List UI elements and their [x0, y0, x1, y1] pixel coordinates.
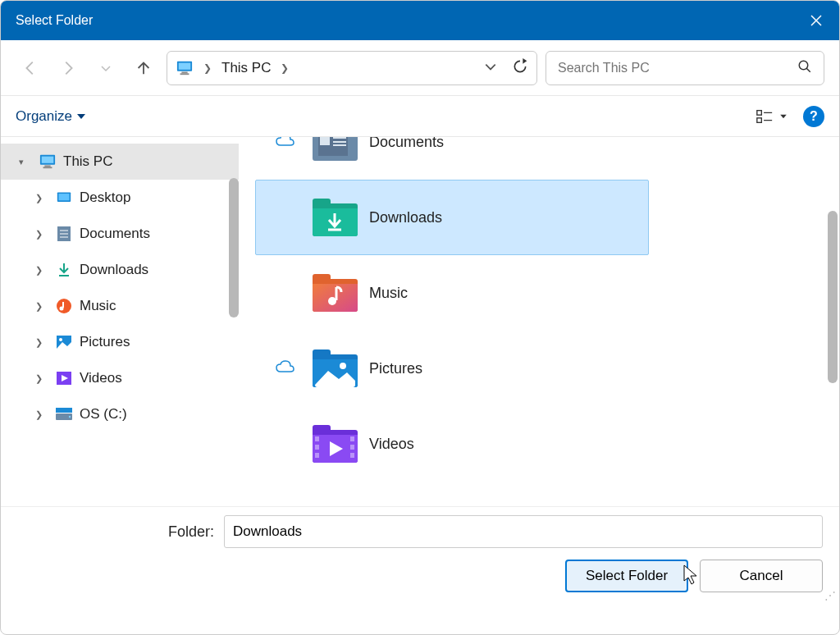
folder-label: Documents	[364, 137, 444, 151]
svg-point-4	[799, 61, 808, 70]
arrow-up-icon	[135, 59, 153, 77]
chevron-right-icon: ❯	[35, 409, 48, 420]
sidebar-item-label: Downloads	[80, 262, 148, 278]
sidebar-item-os-c[interactable]: ❯ OS (C:)	[1, 396, 239, 432]
sidebar-root-label: This PC	[63, 153, 112, 170]
sidebar-item-documents[interactable]: ❯ Documents	[1, 216, 239, 252]
sidebar-scrollbar[interactable]	[229, 178, 239, 318]
select-folder-button[interactable]: Select Folder	[565, 560, 688, 592]
address-bar[interactable]: ❯ This PC ❯	[167, 51, 537, 85]
svg-rect-11	[44, 166, 50, 167]
downloads-folder-icon	[305, 193, 364, 242]
svg-rect-6	[757, 117, 762, 122]
search-icon	[797, 59, 812, 77]
help-button[interactable]: ?	[803, 106, 824, 127]
folder-label: Pictures	[364, 360, 422, 377]
chevron-right-icon: ❯	[35, 337, 48, 348]
titlebar: Select Folder	[1, 1, 839, 40]
desktop-icon	[55, 189, 73, 207]
chevron-right-icon: ❯	[35, 193, 48, 203]
chevron-right-icon: ❯	[35, 265, 48, 276]
cancel-button[interactable]: Cancel	[700, 560, 823, 592]
main-pane: Documents Downloads Music Pictures	[239, 137, 839, 506]
drive-icon	[55, 405, 73, 423]
folder-label: Music	[364, 285, 408, 302]
svg-rect-14	[58, 194, 69, 200]
sidebar-item-label: OS (C:)	[80, 406, 127, 423]
search-input[interactable]	[558, 61, 797, 75]
nav-row: ❯ This PC ❯	[1, 40, 839, 96]
organize-label: Organize	[16, 108, 72, 125]
pictures-folder-icon	[305, 344, 364, 393]
sidebar-item-music[interactable]: ❯ Music	[1, 288, 239, 324]
caret-down-icon	[780, 114, 787, 119]
svg-point-23	[59, 338, 62, 341]
breadcrumb-sep: ❯	[281, 62, 289, 74]
videos-folder-icon	[305, 419, 364, 468]
cloud-icon	[275, 359, 294, 378]
close-button[interactable]	[805, 9, 828, 32]
select-folder-label: Select Folder	[586, 568, 668, 584]
sidebar-item-downloads[interactable]: ❯ Downloads	[1, 252, 239, 288]
sidebar-item-desktop[interactable]: ❯ Desktop	[1, 180, 239, 216]
svg-rect-29	[333, 137, 346, 139]
folder-item-downloads[interactable]: Downloads	[255, 180, 649, 255]
svg-rect-12	[43, 167, 52, 168]
chevron-down-icon: ▾	[19, 157, 32, 167]
chevron-down-icon	[484, 60, 497, 73]
breadcrumb-sep: ❯	[203, 62, 212, 74]
folder-name-input[interactable]	[224, 515, 823, 548]
back-button[interactable]	[16, 53, 45, 83]
svg-rect-30	[333, 141, 346, 143]
svg-rect-2	[181, 71, 187, 73]
recent-dropdown[interactable]	[91, 53, 121, 83]
sidebar-item-label: Videos	[80, 370, 122, 386]
resize-grip-icon[interactable]: ⋰	[824, 589, 836, 602]
breadcrumb-root[interactable]: This PC	[221, 60, 271, 76]
pc-icon	[39, 153, 57, 171]
chevron-down-icon	[100, 62, 112, 74]
svg-rect-26	[56, 408, 72, 413]
chevron-right-icon: ❯	[35, 229, 48, 240]
refresh-button[interactable]	[512, 58, 528, 78]
refresh-icon	[512, 58, 528, 75]
sidebar-item-label: Desktop	[80, 190, 130, 206]
cancel-label: Cancel	[740, 568, 783, 584]
body-area: ▾ This PC ❯ Desktop ❯ Documents ❯ Downlo…	[1, 137, 839, 506]
svg-rect-5	[757, 110, 762, 115]
sidebar-root-this-pc[interactable]: ▾ This PC	[1, 144, 239, 180]
pc-icon	[176, 59, 194, 77]
forward-button[interactable]	[53, 53, 83, 83]
folder-item-pictures[interactable]: Pictures	[255, 331, 649, 406]
sidebar-item-videos[interactable]: ❯ Videos	[1, 360, 239, 396]
svg-rect-32	[320, 137, 330, 145]
svg-point-21	[60, 307, 64, 311]
sidebar: ▾ This PC ❯ Desktop ❯ Documents ❯ Downlo…	[1, 137, 239, 506]
main-scrollbar[interactable]	[828, 211, 838, 383]
view-list-icon	[756, 107, 774, 126]
folder-item-documents[interactable]: Documents	[255, 137, 649, 180]
view-options-button[interactable]	[756, 107, 787, 126]
downloads-icon	[55, 261, 73, 279]
address-dropdown[interactable]	[484, 60, 497, 76]
svg-rect-36	[315, 436, 319, 441]
svg-rect-1	[179, 62, 191, 69]
svg-rect-41	[350, 453, 354, 458]
svg-rect-10	[42, 157, 54, 163]
organize-menu[interactable]: Organize	[16, 108, 85, 125]
svg-rect-37	[315, 445, 319, 450]
folder-label: Downloads	[364, 209, 442, 226]
documents-folder-icon	[305, 137, 364, 167]
toolbar: Organize ?	[1, 96, 839, 137]
svg-rect-39	[350, 436, 354, 441]
folder-item-videos[interactable]: Videos	[255, 406, 649, 482]
svg-point-34	[328, 297, 336, 305]
up-button[interactable]	[129, 53, 158, 83]
window-title: Select Folder	[16, 13, 93, 28]
sidebar-item-pictures[interactable]: ❯ Pictures	[1, 324, 239, 360]
search-box[interactable]	[546, 51, 824, 85]
folder-item-music[interactable]: Music	[255, 255, 649, 331]
folder-label: Videos	[364, 436, 414, 453]
svg-rect-38	[315, 453, 319, 458]
svg-point-27	[69, 416, 71, 418]
